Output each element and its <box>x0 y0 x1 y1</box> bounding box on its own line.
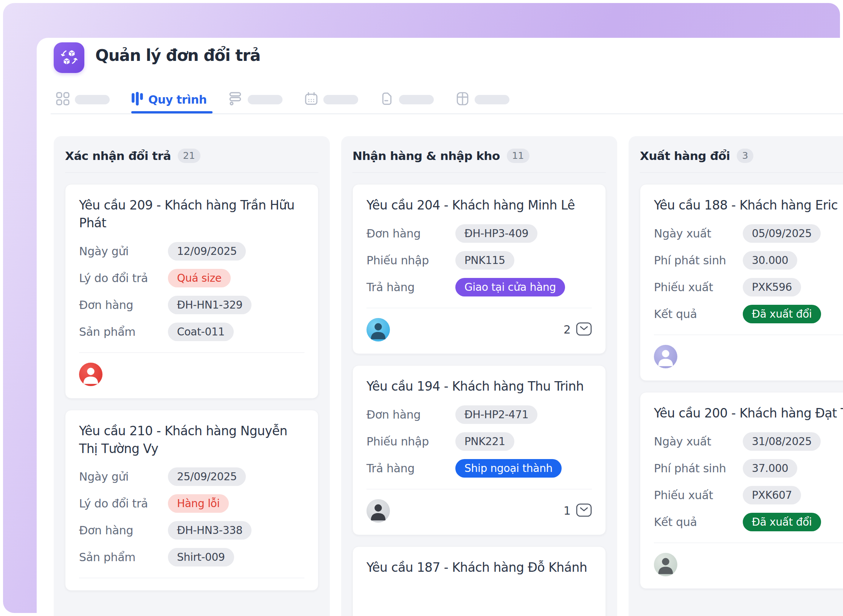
card-204[interactable]: Yêu cầu 204 - Khách hàng Minh Lê Đơn hàn… <box>352 184 606 354</box>
field-value-pill: Coat-011 <box>168 323 234 341</box>
field-label: Đơn hàng <box>366 227 455 240</box>
column-count-badge: 21 <box>178 149 200 163</box>
card-title: Yêu cầu 194 - Khách hàng Thu Trinh <box>366 378 592 396</box>
card-title: Yêu cầu 187 - Khách hàng Đỗ Khánh <box>366 559 592 577</box>
comment-count: 1 <box>564 504 571 517</box>
tab-process[interactable]: Quy trình <box>132 92 207 107</box>
exchange-cubes-icon <box>61 48 78 67</box>
card-title: Yêu cầu 210 - Khách hàng Nguyễn Thị Tườn… <box>79 422 304 458</box>
field-label: Phiếu xuất <box>654 489 743 502</box>
card-footer: 2 <box>366 318 592 341</box>
assignee-avatar[interactable] <box>366 499 390 523</box>
tab-document[interactable] <box>380 92 434 107</box>
envelope-icon <box>576 322 592 337</box>
field-row: Ngày gửi 12/09/2025 <box>79 242 304 261</box>
tab-calendar[interactable] <box>304 92 358 107</box>
tab-placeholder <box>248 95 283 104</box>
field-row: Phiếu xuất PXK596 <box>654 278 843 296</box>
tab-overview[interactable] <box>56 92 110 107</box>
card-list: Yêu cầu 204 - Khách hàng Minh Lê Đơn hàn… <box>352 184 606 616</box>
tab-table[interactable] <box>456 92 509 107</box>
field-row: Lý do đổi trả Quá size <box>79 269 304 287</box>
card-list: Yêu cầu 188 - Khách hàng Eric Ngày xuất … <box>640 184 843 589</box>
app-icon <box>54 42 84 73</box>
column-divider <box>640 172 843 173</box>
column-xac-nhan-doi-tra: Xác nhận đổi trả 21 Yêu cầu 209 - Khách … <box>54 136 330 616</box>
comments-indicator[interactable]: 1 <box>564 503 592 518</box>
card-divider <box>654 543 843 543</box>
field-row: Phí phát sinh 37.000 <box>654 459 843 478</box>
column-nhan-hang-nhap-kho: Nhận hàng & nhập kho 11 Yêu cầu 204 - Kh… <box>341 136 617 616</box>
field-row: Đơn hàng ĐH-HN1-329 <box>79 296 304 314</box>
field-label: Trả hàng <box>366 462 455 475</box>
column-divider <box>352 172 606 173</box>
column-title: Xác nhận đổi trả <box>65 149 171 163</box>
field-value-pill: Giao tại cửa hàng <box>455 278 565 296</box>
field-label: Ngày gửi <box>79 245 168 258</box>
field-row: Sản phẩm Shirt-009 <box>79 548 304 566</box>
field-value-pill: ĐH-HP2-471 <box>455 405 537 424</box>
kanban-icon <box>132 92 143 107</box>
field-label: Phiếu xuất <box>654 281 743 294</box>
field-value-pill: 30.000 <box>743 251 797 270</box>
card-187[interactable]: Yêu cầu 187 - Khách hàng Đỗ Khánh <box>352 546 606 616</box>
card-list: Yêu cầu 209 - Khách hàng Trần Hữu Phát N… <box>65 184 318 591</box>
field-row: Kết quả Đã xuất đổi <box>654 305 843 323</box>
grid-icon <box>56 92 70 107</box>
table-icon <box>456 92 469 107</box>
assignee-avatar[interactable] <box>366 318 390 341</box>
field-label: Lý do đổi trả <box>79 272 168 285</box>
kanban-board: Xác nhận đổi trả 21 Yêu cầu 209 - Khách … <box>54 136 843 616</box>
list-icon <box>229 92 242 107</box>
card-fields: Ngày gửi 12/09/2025 Lý do đổi trả Quá si… <box>79 242 304 341</box>
field-label: Lý do đổi trả <box>79 497 168 510</box>
column-divider <box>65 172 318 173</box>
field-row: Đơn hàng ĐH-HN3-338 <box>79 521 304 540</box>
field-row: Ngày gửi 25/09/2025 <box>79 467 304 486</box>
card-divider <box>366 308 592 308</box>
field-row: Lý do đổi trả Hàng lỗi <box>79 494 304 513</box>
field-label: Đơn hàng <box>79 298 168 312</box>
comment-count: 2 <box>564 323 571 336</box>
field-label: Ngày xuất <box>654 435 743 448</box>
column-xuat-hang-doi: Xuất hàng đổi 3 Yêu cầu 188 - Khách hàng… <box>629 136 843 616</box>
assignee-avatar[interactable] <box>654 553 677 576</box>
card-fields: Đơn hàng ĐH-HP3-409 Phiếu nhập PNK115 Tr… <box>366 224 592 296</box>
tab-process-label: Quy trình <box>148 93 207 106</box>
comments-indicator[interactable]: 2 <box>564 322 592 337</box>
field-value-pill: 25/09/2025 <box>168 467 246 486</box>
field-value-pill: Hàng lỗi <box>168 494 229 513</box>
field-value-pill: Đã xuất đổi <box>743 305 821 323</box>
card-210[interactable]: Yêu cầu 210 - Khách hàng Nguyễn Thị Tườn… <box>65 410 318 591</box>
tab-bar: Quy trình <box>56 88 509 111</box>
card-divider <box>79 578 304 578</box>
assignee-avatar[interactable] <box>79 363 102 386</box>
card-209[interactable]: Yêu cầu 209 - Khách hàng Trần Hữu Phát N… <box>65 184 318 399</box>
tab-list[interactable] <box>229 92 283 107</box>
card-194[interactable]: Yêu cầu 194 - Khách hàng Thu Trinh Đơn h… <box>352 365 606 535</box>
card-footer <box>654 553 843 576</box>
assignee-avatar[interactable] <box>654 345 677 368</box>
column-count-badge: 3 <box>737 149 753 163</box>
field-row: Ngày xuất 31/08/2025 <box>654 432 843 451</box>
card-divider <box>654 335 843 335</box>
field-row: Đơn hàng ĐH-HP3-409 <box>366 224 592 243</box>
tab-placeholder <box>323 95 358 104</box>
field-label: Sản phẩm <box>79 325 168 338</box>
field-row: Ngày xuất 05/09/2025 <box>654 224 843 243</box>
field-label: Phiếu nhập <box>366 254 455 267</box>
field-value-pill: Shirt-009 <box>168 548 234 566</box>
card-footer <box>654 345 843 368</box>
field-value-pill: ĐH-HN3-338 <box>168 521 252 540</box>
field-row: Phiếu nhập PNK115 <box>366 251 592 270</box>
tab-placeholder <box>475 95 509 104</box>
card-200[interactable]: Yêu cầu 200 - Khách hàng Đạt T Ngày xuất… <box>640 392 843 589</box>
column-header: Nhận hàng & nhập kho 11 <box>352 147 606 164</box>
field-label: Kết quả <box>654 307 743 321</box>
field-row: Trả hàng Giao tại cửa hàng <box>366 278 592 296</box>
field-value-pill: ĐH-HN1-329 <box>168 296 252 314</box>
field-row: Đơn hàng ĐH-HP2-471 <box>366 405 592 424</box>
tabs-divider <box>51 113 843 114</box>
card-188[interactable]: Yêu cầu 188 - Khách hàng Eric Ngày xuất … <box>640 184 843 381</box>
column-title: Nhận hàng & nhập kho <box>352 149 500 163</box>
